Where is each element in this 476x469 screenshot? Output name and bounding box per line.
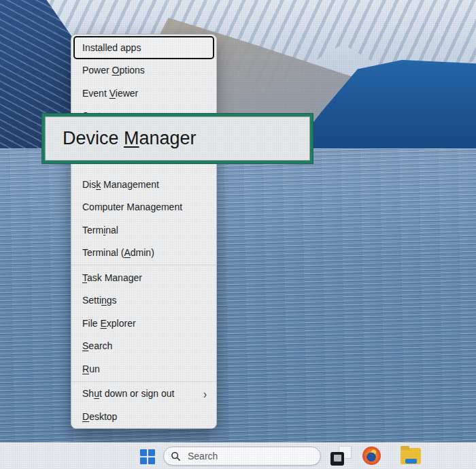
device-manager-label: Device Manager	[45, 128, 197, 149]
taskbar-search-box[interactable]	[163, 447, 321, 466]
menu-separator	[71, 381, 216, 382]
start-button[interactable]	[136, 448, 159, 466]
search-icon	[171, 451, 181, 462]
windows-logo-icon	[140, 449, 155, 464]
menu-item-label: Installed apps	[82, 42, 141, 53]
menu-item-task-manager[interactable]: Task Manager	[71, 266, 216, 289]
menu-item-label: Shut down or sign out	[82, 388, 174, 399]
menu-item-file-explorer[interactable]: File Explorer	[71, 312, 216, 335]
menu-item-disk-management[interactable]: Disk Management	[71, 173, 216, 196]
menu-item-event-viewer[interactable]: Event Viewer	[71, 82, 216, 105]
menu-item-power-options[interactable]: Power Options	[71, 59, 216, 82]
menu-separator	[71, 265, 216, 265]
menu-item-search[interactable]: Search	[71, 335, 216, 358]
menu-item-label: Run	[82, 363, 100, 374]
winx-menu: Installed apps Power Options Event Viewe…	[71, 34, 217, 429]
menu-item-label: Computer Management	[82, 201, 182, 212]
menu-item-label: Terminal (Admin)	[82, 247, 154, 258]
menu-item-terminal[interactable]: Terminal	[71, 219, 216, 242]
menu-item-label: Power Options	[82, 65, 145, 76]
taskbar	[0, 442, 476, 469]
menu-item-label: Search	[82, 340, 112, 351]
menu-item-installed-apps[interactable]: Installed apps	[73, 36, 214, 59]
menu-item-computer-management[interactable]: Computer Management	[71, 196, 216, 219]
menu-item-label: Task Manager	[82, 272, 142, 283]
menu-item-settings[interactable]: Settings	[71, 289, 216, 312]
submenu-chevron-icon: ›	[203, 387, 207, 400]
wallpaper-right-hill	[291, 60, 476, 151]
search-input[interactable]	[186, 450, 313, 462]
app-window-icon[interactable]	[330, 446, 352, 466]
menu-item-label: Event Viewer	[82, 88, 138, 99]
menu-item-shut-down-or-sign-out[interactable]: Shut down or sign out ›	[71, 383, 216, 406]
menu-item-label: Desktop	[82, 411, 117, 422]
firefox-icon[interactable]	[361, 446, 383, 466]
menu-item-run[interactable]: Run	[71, 357, 216, 381]
desktop: Installed apps Power Options Event Viewe…	[0, 0, 476, 469]
menu-item-label: File Explorer	[82, 318, 136, 329]
menu-item-label: Disk Management	[82, 179, 159, 190]
menu-item-label: Settings	[82, 295, 117, 306]
menu-item-label: Terminal	[82, 225, 118, 236]
menu-item-terminal-admin[interactable]: Terminal (Admin)	[71, 242, 216, 265]
menu-item-desktop[interactable]: Desktop	[71, 405, 216, 428]
device-manager-callout[interactable]: Device Manager	[42, 114, 313, 163]
file-explorer-icon[interactable]	[400, 446, 422, 466]
